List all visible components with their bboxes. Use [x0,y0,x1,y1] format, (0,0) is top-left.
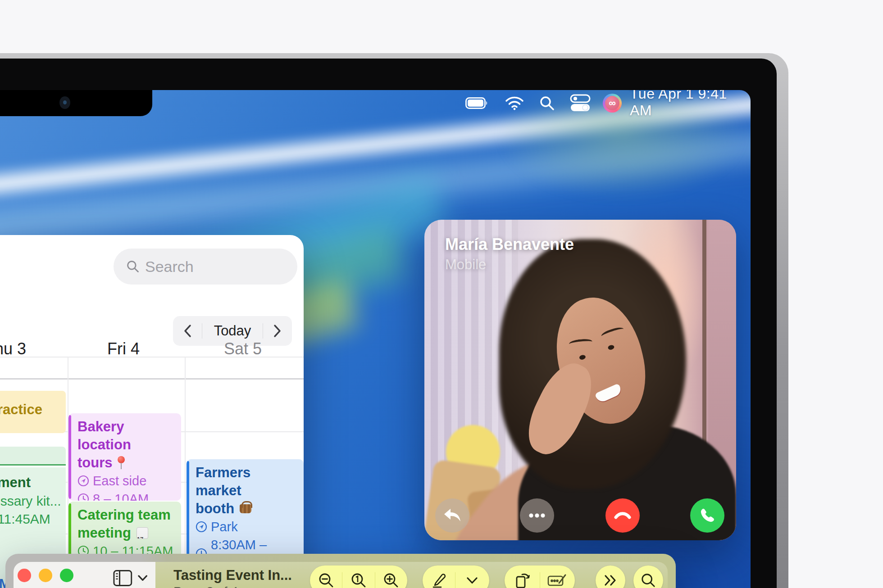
wifi-icon[interactable] [504,93,525,113]
siri-icon[interactable]: ∞ [602,93,623,113]
caller-hand [518,355,602,462]
decline-call-button[interactable] [605,498,640,533]
sidebar-toggle-button[interactable] [113,568,147,588]
caller-face [544,289,657,434]
photo-background [424,459,501,540]
form-fill-button[interactable] [540,565,575,588]
day-header-sat[interactable]: Sat 5 [214,339,272,358]
grid-line [0,378,304,380]
page-indicator: Page 2 of 4 [173,584,238,588]
day-header-thu[interactable]: hu 3 [0,339,26,358]
reply-message-button[interactable] [435,498,469,533]
event-color-bar [68,415,71,499]
menu-bar-clock[interactable]: Tue Apr 1 9:41 AM [630,90,751,114]
marketing-screenshot: ∞ Tue Apr 1 9:41 AM Search [0,0,883,588]
location-icon [77,475,89,487]
macos-desktop: ∞ Tue Apr 1 9:41 AM Search [0,90,751,588]
control-center-icon[interactable] [569,93,592,113]
clock-icon [77,493,89,501]
rotate-form-group [505,565,575,588]
grid-line [0,357,304,357]
caller-name: María Benavente [445,235,574,254]
event-practice[interactable]: ractice [0,391,66,433]
today-button[interactable]: Today [202,323,263,339]
caller-sweater [518,425,736,540]
zoom-window-button[interactable] [60,569,73,582]
caller-arm [424,428,653,540]
preview-window: Tasting Event In... Page 2 of 4 [5,554,676,588]
zoom-out-button[interactable] [310,565,342,588]
more-options-button[interactable] [520,498,554,533]
grid-line [185,357,186,588]
day-header-fri[interactable]: Fri 4 [95,339,152,358]
chevron-down-icon [467,577,478,584]
minimize-button[interactable] [39,569,52,582]
markup-group [423,565,489,588]
facetime-camera [59,96,70,109]
accept-call-button[interactable] [690,498,724,533]
zoom-controls-group [310,565,407,588]
photo-background [618,220,711,386]
double-chevron-right-icon [604,574,617,586]
calendar-emoji-icon: 17 [137,527,148,539]
basket-emoji-icon [240,504,251,513]
calendar-window: Search Today hu 3 Fri 4 Sat 5 [0,235,304,588]
event-green-upper[interactable] [0,447,66,466]
display-notch [0,90,152,116]
search-icon [126,260,140,273]
spotlight-icon[interactable] [537,93,557,113]
search-placeholder: Search [145,258,194,276]
facetime-call-window: María Benavente Mobile [424,220,736,540]
battery-icon[interactable] [465,93,488,113]
zoom-in-button[interactable] [375,565,407,588]
photo-background [424,220,518,540]
markup-menu-button[interactable] [455,565,489,588]
calendar-search-field[interactable]: Search [114,249,297,285]
rotate-button[interactable] [505,565,540,588]
close-button[interactable] [18,569,31,582]
pushpin-icon [117,455,125,470]
call-type-label: Mobile [445,257,486,273]
search-icon [641,573,656,588]
chevron-down-icon [138,575,147,581]
document-title: Tasting Event In... [173,567,292,583]
location-icon [196,521,207,533]
markup-button[interactable] [423,565,455,588]
photo-background [708,220,736,540]
actual-size-button[interactable] [342,565,374,588]
event-bakery-tours[interactable]: Bakery location tours East side [68,413,181,501]
photo-background [467,486,534,540]
caller-hair [499,239,686,489]
day-header-row: hu 3 Fri 4 Sat 5 [0,339,304,357]
photo-background [702,220,706,540]
photo-background [446,425,500,479]
